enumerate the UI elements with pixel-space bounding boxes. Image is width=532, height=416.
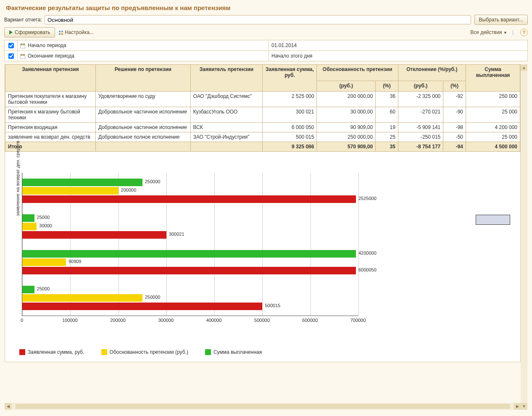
param-start-value[interactable]: 01.01.2014 [269, 40, 528, 51]
th-applicant: Заявитель претензии [190, 65, 263, 92]
calendar-icon [20, 54, 25, 59]
svg-rect-9 [20, 55, 25, 56]
chart-bar: 200000 [22, 187, 119, 195]
scrollbar-thumb[interactable] [16, 404, 510, 409]
variant-label: Вариант отчета: [4, 17, 42, 23]
vertical-scrollbar[interactable]: ▲ ▼ [521, 64, 527, 410]
chart-bar-label: 500015 [262, 303, 280, 308]
legend-swatch-yellow [101, 349, 107, 355]
parameters-table: Начало периода 01.01.2014 Окончание пери… [4, 40, 528, 61]
chart-bar-label: 25000 [34, 215, 50, 220]
chart-bar: 4200000 [22, 250, 356, 258]
chart-bar: 25000 [22, 286, 34, 293]
variant-input[interactable] [45, 15, 471, 24]
svg-rect-5 [20, 44, 25, 45]
chart-plot-area: 2500002000002525000250003000030002142000… [22, 173, 358, 316]
scroll-up-icon[interactable]: ▲ [521, 64, 527, 71]
table-row: заявление на возврат ден. средствДоброво… [5, 132, 520, 142]
param-start-checkbox[interactable] [8, 43, 14, 48]
th-amount: Заявленная сумма, руб. [263, 65, 317, 92]
chart-xtick: 100000 [62, 318, 78, 323]
param-row-end: Окончание периода Начало этого дня [5, 51, 528, 61]
chart-xtick: 200000 [110, 318, 126, 323]
table-row: Претензия покупателя к магазину бытовой … [5, 92, 520, 107]
chart-xtick: 600000 [302, 318, 318, 323]
horizontal-scrollbar[interactable]: ◀ ▶ [5, 403, 521, 410]
generate-button[interactable]: Сформировать [4, 27, 55, 37]
report-table: Заявленная претензия Решение по претензи… [5, 64, 520, 152]
chart-xtick: 500000 [254, 318, 270, 323]
chart-bar: 500015 [22, 303, 262, 310]
chart-bar-label: 25000 [34, 286, 50, 291]
legend-swatch-green [205, 349, 211, 355]
settings-button-label: Настройка... [65, 29, 94, 35]
table-row: Претензия входящаяДобровольное частичное… [5, 123, 520, 132]
svg-rect-0 [59, 31, 61, 32]
chart-legend: Заявленная сумма, руб. Обоснованность пр… [19, 349, 515, 355]
svg-rect-3 [61, 33, 63, 35]
th-validity-pct: (%) [376, 81, 398, 92]
legend-item-declared: Заявленная сумма, руб. [19, 349, 84, 355]
param-row-start: Начало периода 01.01.2014 [5, 40, 528, 51]
table-total-row: Итого9 325 086570 909,0035-8 754 177-944… [5, 142, 520, 152]
variant-choose-button[interactable]: Выбрать вариант... [474, 15, 528, 25]
chart-bar: 6000050 [22, 267, 356, 274]
play-icon [9, 30, 13, 34]
legend-item-paid: Сумма выплаченная [205, 349, 262, 355]
all-actions-menu[interactable]: Все действия ▼ [470, 29, 507, 35]
chart-bar-label: 6000050 [356, 267, 377, 272]
param-end-checkbox[interactable] [8, 53, 14, 59]
all-actions-label: Все действия [470, 29, 502, 35]
chart-xtick: 700000 [350, 318, 366, 323]
legend-label: Сумма выплаченная [213, 349, 262, 355]
generate-button-label: Сформировать [15, 29, 50, 35]
legend-swatch-red [19, 349, 25, 355]
th-validity: Обоснованность претензии [317, 65, 398, 81]
chart-bar: 90909 [22, 258, 66, 266]
chart: заявление на возврат ден. средств 250000… [10, 160, 515, 355]
legend-label: Заявленная сумма, руб. [28, 349, 84, 355]
settings-icon [58, 30, 63, 35]
chart-bar-label: 30000 [37, 223, 52, 228]
chart-bar-label: 300021 [166, 232, 184, 237]
th-deviation: Отклонение (%/руб.) [398, 65, 466, 81]
legend-label: Обоснованность претензии (руб.) [110, 349, 188, 355]
param-start-label: Начало периода [28, 42, 66, 48]
th-deviation-rub: (руб.) [398, 81, 443, 92]
chart-xtick: 300000 [158, 318, 174, 323]
chart-bar: 30000 [22, 223, 37, 230]
table-row: Претензия к магазину бытовой техникиДобр… [5, 107, 520, 123]
legend-item-validity: Обоснованность претензии (руб.) [101, 349, 188, 355]
chart-ylabel: заявление на возврат ден. средств [15, 141, 20, 216]
chevron-down-icon: ▼ [503, 31, 507, 35]
chart-bar: 25000 [22, 214, 34, 222]
calendar-icon [20, 43, 25, 48]
th-deviation-pct: (%) [443, 81, 466, 92]
scroll-down-icon[interactable]: ▼ [521, 403, 527, 410]
th-paid: Сумма выплаченная [466, 65, 520, 92]
th-claim: Заявленная претензия [5, 65, 96, 92]
settings-button[interactable]: Настройка... [58, 29, 94, 35]
param-end-label: Окончание периода [28, 53, 74, 59]
scroll-right-icon[interactable]: ▶ [514, 403, 521, 410]
param-end-value[interactable]: Начало этого дня [269, 51, 528, 61]
chart-bar: 2525000 [22, 195, 356, 203]
chart-bar: 250000 [22, 179, 142, 186]
chart-bar-label: 250000 [142, 179, 161, 184]
chart-bar: 300021 [22, 231, 166, 239]
scroll-left-icon[interactable]: ◀ [5, 403, 11, 410]
chart-bar-label: 250000 [142, 295, 161, 300]
th-validity-rub: (руб.) [317, 81, 376, 92]
separator: | [512, 29, 514, 35]
help-icon[interactable]: ? [520, 29, 528, 36]
svg-rect-2 [59, 33, 61, 35]
page-title: Фактические результаты защиты по предъяв… [6, 4, 528, 11]
chart-xtick: 400000 [206, 318, 222, 323]
chart-legend-box [476, 215, 510, 225]
chart-bar-label: 4200000 [356, 250, 377, 255]
svg-rect-1 [61, 31, 63, 32]
chart-xtick: 0 [21, 318, 23, 323]
chart-bar-label: 2525000 [356, 196, 377, 201]
chart-bar-label: 90909 [66, 259, 82, 264]
th-decision: Решение по претензии [95, 65, 190, 92]
